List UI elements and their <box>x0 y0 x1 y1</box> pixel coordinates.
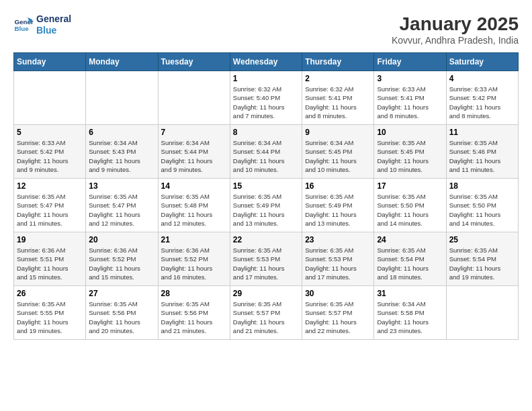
day-number: 19 <box>17 235 83 244</box>
day-info: Sunrise: 6:35 AMSunset: 5:54 PMDaylight:… <box>377 246 443 281</box>
calendar-cell: 16Sunrise: 6:35 AMSunset: 5:49 PMDayligh… <box>302 179 374 232</box>
day-number: 9 <box>305 128 371 137</box>
day-number: 30 <box>305 289 371 298</box>
day-info: Sunrise: 6:35 AMSunset: 5:57 PMDaylight:… <box>305 300 371 335</box>
calendar-cell <box>86 71 158 125</box>
weekday-header-tuesday: Tuesday <box>158 53 230 71</box>
day-number: 22 <box>233 235 299 244</box>
calendar-cell: 29Sunrise: 6:35 AMSunset: 5:57 PMDayligh… <box>230 286 302 340</box>
page-subtitle: Kovvur, Andhra Pradesh, India <box>392 35 519 46</box>
day-number: 25 <box>449 235 515 244</box>
day-info: Sunrise: 6:32 AMSunset: 5:40 PMDaylight:… <box>233 85 299 120</box>
calendar-cell: 26Sunrise: 6:35 AMSunset: 5:55 PMDayligh… <box>14 286 86 340</box>
day-number: 18 <box>449 181 515 191</box>
day-number: 2 <box>305 74 371 83</box>
calendar-cell: 5Sunrise: 6:33 AMSunset: 5:42 PMDaylight… <box>14 125 86 179</box>
day-number: 29 <box>233 289 299 298</box>
calendar-cell: 9Sunrise: 6:34 AMSunset: 5:45 PMDaylight… <box>302 125 374 179</box>
day-info: Sunrise: 6:36 AMSunset: 5:52 PMDaylight:… <box>161 246 227 281</box>
day-info: Sunrise: 6:36 AMSunset: 5:52 PMDaylight:… <box>89 246 154 281</box>
calendar-cell <box>446 286 518 340</box>
day-info: Sunrise: 6:34 AMSunset: 5:45 PMDaylight:… <box>305 138 371 174</box>
day-number: 12 <box>17 181 83 191</box>
day-info: Sunrise: 6:35 AMSunset: 5:49 PMDaylight:… <box>233 192 299 228</box>
day-info: Sunrise: 6:33 AMSunset: 5:42 PMDaylight:… <box>17 138 83 174</box>
day-number: 28 <box>161 289 227 298</box>
day-info: Sunrise: 6:35 AMSunset: 5:50 PMDaylight:… <box>449 192 515 228</box>
day-number: 16 <box>305 181 371 191</box>
day-number: 31 <box>377 289 443 298</box>
day-info: Sunrise: 6:34 AMSunset: 5:43 PMDaylight:… <box>89 138 154 174</box>
calendar-cell: 22Sunrise: 6:35 AMSunset: 5:53 PMDayligh… <box>230 232 302 286</box>
day-number: 14 <box>161 181 227 191</box>
weekday-header-thursday: Thursday <box>302 53 374 71</box>
calendar-cell: 1Sunrise: 6:32 AMSunset: 5:40 PMDaylight… <box>230 71 302 125</box>
day-number: 13 <box>89 181 154 191</box>
calendar-cell: 2Sunrise: 6:32 AMSunset: 5:41 PMDaylight… <box>302 71 374 125</box>
day-number: 17 <box>377 181 443 191</box>
day-info: Sunrise: 6:34 AMSunset: 5:44 PMDaylight:… <box>161 138 227 174</box>
day-info: Sunrise: 6:35 AMSunset: 5:56 PMDaylight:… <box>89 300 154 335</box>
day-number: 8 <box>233 128 299 137</box>
calendar-cell: 27Sunrise: 6:35 AMSunset: 5:56 PMDayligh… <box>86 286 158 340</box>
calendar-cell: 7Sunrise: 6:34 AMSunset: 5:44 PMDaylight… <box>158 125 230 179</box>
week-row-4: 19Sunrise: 6:36 AMSunset: 5:51 PMDayligh… <box>14 232 519 286</box>
week-row-5: 26Sunrise: 6:35 AMSunset: 5:55 PMDayligh… <box>14 286 519 340</box>
title-area: January 2025 Kovvur, Andhra Pradesh, Ind… <box>392 13 519 46</box>
calendar-cell: 14Sunrise: 6:35 AMSunset: 5:48 PMDayligh… <box>158 179 230 232</box>
calendar-cell: 11Sunrise: 6:35 AMSunset: 5:46 PMDayligh… <box>446 125 518 179</box>
day-info: Sunrise: 6:35 AMSunset: 5:47 PMDaylight:… <box>17 192 83 228</box>
week-row-3: 12Sunrise: 6:35 AMSunset: 5:47 PMDayligh… <box>14 179 519 232</box>
calendar-cell: 15Sunrise: 6:35 AMSunset: 5:49 PMDayligh… <box>230 179 302 232</box>
page-title: January 2025 <box>392 13 519 35</box>
calendar-cell: 20Sunrise: 6:36 AMSunset: 5:52 PMDayligh… <box>86 232 158 286</box>
day-info: Sunrise: 6:35 AMSunset: 5:53 PMDaylight:… <box>233 246 299 281</box>
day-number: 15 <box>233 181 299 191</box>
calendar-cell: 18Sunrise: 6:35 AMSunset: 5:50 PMDayligh… <box>446 179 518 232</box>
day-number: 10 <box>377 128 443 137</box>
day-info: Sunrise: 6:35 AMSunset: 5:50 PMDaylight:… <box>377 192 443 228</box>
calendar-cell: 8Sunrise: 6:34 AMSunset: 5:44 PMDaylight… <box>230 125 302 179</box>
day-info: Sunrise: 6:35 AMSunset: 5:57 PMDaylight:… <box>233 300 299 335</box>
day-info: Sunrise: 6:34 AMSunset: 5:44 PMDaylight:… <box>233 138 299 174</box>
weekday-header-friday: Friday <box>374 53 446 71</box>
day-number: 20 <box>89 235 154 244</box>
calendar-cell: 28Sunrise: 6:35 AMSunset: 5:56 PMDayligh… <box>158 286 230 340</box>
svg-text:Blue: Blue <box>15 25 30 32</box>
day-number: 21 <box>161 235 227 244</box>
week-row-1: 1Sunrise: 6:32 AMSunset: 5:40 PMDaylight… <box>14 71 519 125</box>
day-info: Sunrise: 6:35 AMSunset: 5:55 PMDaylight:… <box>17 300 83 335</box>
day-info: Sunrise: 6:35 AMSunset: 5:47 PMDaylight:… <box>89 192 154 228</box>
weekday-header-wednesday: Wednesday <box>230 53 302 71</box>
calendar-cell: 17Sunrise: 6:35 AMSunset: 5:50 PMDayligh… <box>374 179 446 232</box>
calendar-cell: 25Sunrise: 6:35 AMSunset: 5:54 PMDayligh… <box>446 232 518 286</box>
logo: General Blue General Blue <box>13 13 71 36</box>
day-info: Sunrise: 6:35 AMSunset: 5:45 PMDaylight:… <box>377 138 443 174</box>
calendar-cell: 30Sunrise: 6:35 AMSunset: 5:57 PMDayligh… <box>302 286 374 340</box>
weekday-header-monday: Monday <box>86 53 158 71</box>
weekday-header-row: SundayMondayTuesdayWednesdayThursdayFrid… <box>14 53 519 71</box>
day-number: 26 <box>17 289 83 298</box>
day-info: Sunrise: 6:36 AMSunset: 5:51 PMDaylight:… <box>17 246 83 281</box>
logo-text: General Blue <box>36 13 71 36</box>
day-number: 27 <box>89 289 154 298</box>
calendar-cell: 6Sunrise: 6:34 AMSunset: 5:43 PMDaylight… <box>86 125 158 179</box>
weekday-header-saturday: Saturday <box>446 53 518 71</box>
day-info: Sunrise: 6:35 AMSunset: 5:48 PMDaylight:… <box>161 192 227 228</box>
day-number: 11 <box>449 128 515 137</box>
calendar-cell: 24Sunrise: 6:35 AMSunset: 5:54 PMDayligh… <box>374 232 446 286</box>
calendar-cell: 4Sunrise: 6:33 AMSunset: 5:42 PMDaylight… <box>446 71 518 125</box>
day-info: Sunrise: 6:32 AMSunset: 5:41 PMDaylight:… <box>305 85 371 120</box>
day-number: 3 <box>377 74 443 83</box>
day-info: Sunrise: 6:33 AMSunset: 5:41 PMDaylight:… <box>377 85 443 120</box>
day-info: Sunrise: 6:35 AMSunset: 5:49 PMDaylight:… <box>305 192 371 228</box>
day-info: Sunrise: 6:33 AMSunset: 5:42 PMDaylight:… <box>449 85 515 120</box>
day-info: Sunrise: 6:35 AMSunset: 5:46 PMDaylight:… <box>449 138 515 174</box>
calendar-cell: 19Sunrise: 6:36 AMSunset: 5:51 PMDayligh… <box>14 232 86 286</box>
header: General Blue General Blue January 2025 K… <box>13 13 519 46</box>
calendar-cell: 23Sunrise: 6:35 AMSunset: 5:53 PMDayligh… <box>302 232 374 286</box>
calendar-cell: 13Sunrise: 6:35 AMSunset: 5:47 PMDayligh… <box>86 179 158 232</box>
day-number: 23 <box>305 235 371 244</box>
day-number: 6 <box>89 128 154 137</box>
calendar-cell <box>14 71 86 125</box>
